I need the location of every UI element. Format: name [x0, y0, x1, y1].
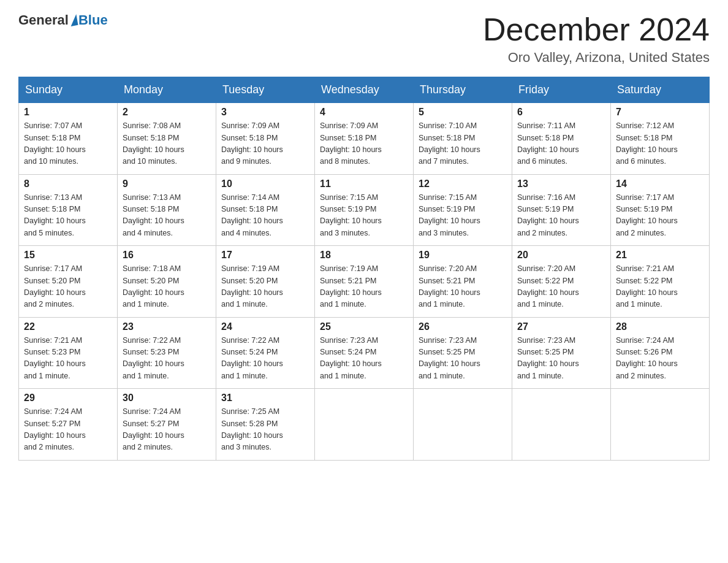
- calendar-cell: 9Sunrise: 7:13 AMSunset: 5:18 PMDaylight…: [118, 174, 216, 246]
- day-number: 18: [320, 250, 408, 261]
- day-number: 14: [616, 178, 704, 190]
- day-info: Sunrise: 7:18 AMSunset: 5:20 PMDaylight:…: [123, 263, 211, 311]
- day-number: 11: [320, 178, 408, 190]
- day-number: 6: [517, 107, 605, 118]
- day-info: Sunrise: 7:07 AMSunset: 5:18 PMDaylight:…: [24, 120, 112, 168]
- day-info: Sunrise: 7:21 AMSunset: 5:23 PMDaylight:…: [24, 335, 112, 383]
- day-info: Sunrise: 7:09 AMSunset: 5:18 PMDaylight:…: [320, 120, 408, 168]
- calendar-cell: 24Sunrise: 7:22 AMSunset: 5:24 PMDayligh…: [216, 317, 315, 389]
- calendar-cell: 28Sunrise: 7:24 AMSunset: 5:26 PMDayligh…: [611, 317, 710, 389]
- day-number: 5: [419, 107, 507, 118]
- calendar-cell: [315, 389, 414, 461]
- day-info: Sunrise: 7:23 AMSunset: 5:25 PMDaylight:…: [517, 335, 605, 383]
- calendar-week-row: 29Sunrise: 7:24 AMSunset: 5:27 PMDayligh…: [19, 389, 710, 461]
- day-number: 2: [123, 107, 211, 118]
- day-number: 10: [221, 178, 309, 190]
- day-info: Sunrise: 7:21 AMSunset: 5:22 PMDaylight:…: [616, 263, 704, 311]
- day-info: Sunrise: 7:10 AMSunset: 5:18 PMDaylight:…: [419, 120, 507, 168]
- calendar-header-saturday: Saturday: [611, 77, 710, 103]
- day-number: 19: [419, 250, 507, 261]
- day-number: 23: [123, 321, 211, 332]
- day-number: 27: [517, 321, 605, 332]
- day-number: 21: [616, 250, 704, 261]
- calendar-cell: 8Sunrise: 7:13 AMSunset: 5:18 PMDaylight…: [19, 174, 118, 246]
- day-info: Sunrise: 7:11 AMSunset: 5:18 PMDaylight:…: [517, 120, 605, 168]
- calendar-cell: 12Sunrise: 7:15 AMSunset: 5:19 PMDayligh…: [414, 174, 512, 246]
- calendar-cell: 27Sunrise: 7:23 AMSunset: 5:25 PMDayligh…: [512, 317, 611, 389]
- logo: General Blue: [18, 12, 108, 28]
- calendar-cell: 10Sunrise: 7:14 AMSunset: 5:18 PMDayligh…: [216, 174, 315, 246]
- calendar-cell: 2Sunrise: 7:08 AMSunset: 5:18 PMDaylight…: [118, 103, 216, 175]
- day-info: Sunrise: 7:20 AMSunset: 5:21 PMDaylight:…: [419, 263, 507, 311]
- calendar-table: SundayMondayTuesdayWednesdayThursdayFrid…: [18, 77, 710, 461]
- day-info: Sunrise: 7:14 AMSunset: 5:18 PMDaylight:…: [221, 192, 309, 240]
- day-number: 28: [616, 321, 704, 332]
- day-number: 29: [24, 393, 112, 404]
- day-info: Sunrise: 7:17 AMSunset: 5:19 PMDaylight:…: [616, 192, 704, 240]
- day-info: Sunrise: 7:19 AMSunset: 5:20 PMDaylight:…: [221, 263, 309, 311]
- day-info: Sunrise: 7:23 AMSunset: 5:24 PMDaylight:…: [320, 335, 408, 383]
- calendar-cell: 15Sunrise: 7:17 AMSunset: 5:20 PMDayligh…: [19, 246, 118, 318]
- calendar-header-thursday: Thursday: [414, 77, 512, 103]
- day-number: 25: [320, 321, 408, 332]
- calendar-cell: 22Sunrise: 7:21 AMSunset: 5:23 PMDayligh…: [19, 317, 118, 389]
- calendar-cell: 18Sunrise: 7:19 AMSunset: 5:21 PMDayligh…: [315, 246, 414, 318]
- logo-general-text: General: [18, 12, 69, 28]
- calendar-cell: 1Sunrise: 7:07 AMSunset: 5:18 PMDaylight…: [19, 103, 118, 175]
- day-info: Sunrise: 7:09 AMSunset: 5:18 PMDaylight:…: [221, 120, 309, 168]
- day-number: 1: [24, 107, 112, 118]
- day-number: 30: [123, 393, 211, 404]
- day-info: Sunrise: 7:24 AMSunset: 5:26 PMDaylight:…: [616, 335, 704, 383]
- calendar-cell: 6Sunrise: 7:11 AMSunset: 5:18 PMDaylight…: [512, 103, 611, 175]
- day-info: Sunrise: 7:25 AMSunset: 5:28 PMDaylight:…: [221, 406, 309, 454]
- day-info: Sunrise: 7:23 AMSunset: 5:25 PMDaylight:…: [419, 335, 507, 383]
- calendar-cell: 7Sunrise: 7:12 AMSunset: 5:18 PMDaylight…: [611, 103, 710, 175]
- day-number: 3: [221, 107, 309, 118]
- calendar-cell: 13Sunrise: 7:16 AMSunset: 5:19 PMDayligh…: [512, 174, 611, 246]
- day-number: 24: [221, 321, 309, 332]
- day-info: Sunrise: 7:08 AMSunset: 5:18 PMDaylight:…: [123, 120, 211, 168]
- calendar-cell: 14Sunrise: 7:17 AMSunset: 5:19 PMDayligh…: [611, 174, 710, 246]
- calendar-week-row: 8Sunrise: 7:13 AMSunset: 5:18 PMDaylight…: [19, 174, 710, 246]
- day-number: 4: [320, 107, 408, 118]
- day-info: Sunrise: 7:15 AMSunset: 5:19 PMDaylight:…: [419, 192, 507, 240]
- day-info: Sunrise: 7:20 AMSunset: 5:22 PMDaylight:…: [517, 263, 605, 311]
- calendar-cell: 3Sunrise: 7:09 AMSunset: 5:18 PMDaylight…: [216, 103, 315, 175]
- page-header: General Blue December 2024 Oro Valley, A…: [18, 12, 710, 66]
- logo-arrow-icon: [69, 14, 78, 26]
- day-number: 17: [221, 250, 309, 261]
- day-info: Sunrise: 7:22 AMSunset: 5:23 PMDaylight:…: [123, 335, 211, 383]
- day-info: Sunrise: 7:15 AMSunset: 5:19 PMDaylight:…: [320, 192, 408, 240]
- calendar-cell: [414, 389, 512, 461]
- day-number: 12: [419, 178, 507, 190]
- title-area: December 2024 Oro Valley, Arizona, Unite…: [483, 12, 710, 66]
- day-info: Sunrise: 7:19 AMSunset: 5:21 PMDaylight:…: [320, 263, 408, 311]
- calendar-header-tuesday: Tuesday: [216, 77, 315, 103]
- day-number: 9: [123, 178, 211, 190]
- day-info: Sunrise: 7:16 AMSunset: 5:19 PMDaylight:…: [517, 192, 605, 240]
- day-info: Sunrise: 7:12 AMSunset: 5:18 PMDaylight:…: [616, 120, 704, 168]
- day-info: Sunrise: 7:17 AMSunset: 5:20 PMDaylight:…: [24, 263, 112, 311]
- location: Oro Valley, Arizona, United States: [483, 50, 710, 66]
- day-number: 16: [123, 250, 211, 261]
- day-number: 31: [221, 393, 309, 404]
- calendar-cell: 17Sunrise: 7:19 AMSunset: 5:20 PMDayligh…: [216, 246, 315, 318]
- day-info: Sunrise: 7:13 AMSunset: 5:18 PMDaylight:…: [123, 192, 211, 240]
- calendar-cell: 29Sunrise: 7:24 AMSunset: 5:27 PMDayligh…: [19, 389, 118, 461]
- calendar-cell: 20Sunrise: 7:20 AMSunset: 5:22 PMDayligh…: [512, 246, 611, 318]
- logo-blue-text: Blue: [78, 12, 108, 28]
- calendar-cell: 25Sunrise: 7:23 AMSunset: 5:24 PMDayligh…: [315, 317, 414, 389]
- calendar-header-monday: Monday: [118, 77, 216, 103]
- calendar-cell: [512, 389, 611, 461]
- day-number: 7: [616, 107, 704, 118]
- calendar-cell: 31Sunrise: 7:25 AMSunset: 5:28 PMDayligh…: [216, 389, 315, 461]
- calendar-cell: 11Sunrise: 7:15 AMSunset: 5:19 PMDayligh…: [315, 174, 414, 246]
- calendar-cell: 30Sunrise: 7:24 AMSunset: 5:27 PMDayligh…: [118, 389, 216, 461]
- day-info: Sunrise: 7:22 AMSunset: 5:24 PMDaylight:…: [221, 335, 309, 383]
- calendar-week-row: 1Sunrise: 7:07 AMSunset: 5:18 PMDaylight…: [19, 103, 710, 175]
- calendar-header-row: SundayMondayTuesdayWednesdayThursdayFrid…: [19, 77, 710, 103]
- day-number: 13: [517, 178, 605, 190]
- calendar-header-sunday: Sunday: [19, 77, 118, 103]
- day-number: 26: [419, 321, 507, 332]
- calendar-cell: 19Sunrise: 7:20 AMSunset: 5:21 PMDayligh…: [414, 246, 512, 318]
